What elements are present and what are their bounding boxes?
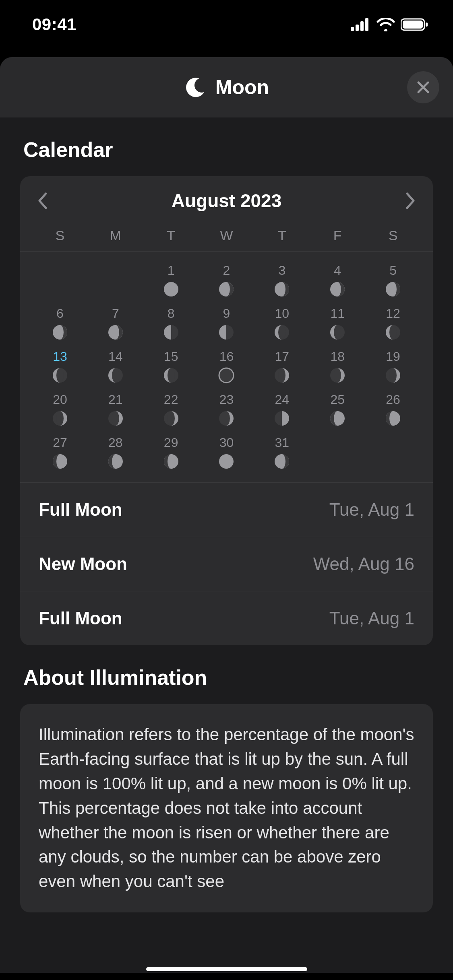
day-number: 2 (223, 263, 230, 278)
home-indicator[interactable] (146, 967, 307, 971)
calendar-day[interactable]: 4 (310, 257, 365, 301)
calendar-day (32, 257, 88, 301)
calendar-day[interactable]: 11 (310, 301, 365, 344)
calendar-day[interactable]: 22 (143, 387, 199, 430)
day-number: 13 (53, 349, 67, 364)
calendar-day[interactable]: 14 (88, 344, 143, 387)
calendar-heading: Calendar (0, 117, 453, 171)
calendar-day[interactable]: 25 (310, 387, 365, 430)
calendar-grid: 1234567891011121314151617181920212223242… (20, 252, 433, 482)
day-number: 18 (330, 349, 345, 364)
svg-point-15 (389, 282, 397, 296)
moon-phase-icon (274, 453, 290, 469)
day-number: 20 (53, 392, 67, 407)
moon-phase-icon (274, 281, 290, 297)
calendar-day[interactable]: 28 (88, 430, 143, 473)
svg-point-19 (112, 325, 119, 340)
event-label: Full Moon (39, 608, 122, 628)
calendar-day (310, 430, 365, 473)
svg-point-44 (112, 411, 119, 426)
moon-phase-icon (163, 453, 179, 469)
day-number: 11 (330, 306, 345, 321)
svg-point-46 (168, 411, 175, 426)
moon-phase-icon (329, 367, 345, 383)
svg-rect-3 (365, 18, 368, 31)
close-button[interactable] (407, 71, 439, 103)
calendar-day[interactable]: 27 (32, 430, 88, 473)
day-number: 15 (164, 349, 178, 364)
chevron-left-icon (37, 192, 48, 210)
moon-phase-icon (385, 367, 401, 383)
day-number: 26 (386, 392, 400, 407)
moon-phase-icon (385, 410, 401, 426)
moon-event-row[interactable]: Full MoonTue, Aug 1 (20, 483, 433, 537)
calendar-day[interactable]: 23 (199, 387, 254, 430)
day-number: 16 (219, 349, 234, 364)
calendar-day[interactable]: 24 (254, 387, 310, 430)
calendar-day[interactable]: 20 (32, 387, 88, 430)
moon-phase-icon (385, 281, 401, 297)
calendar-day[interactable]: 16 (199, 344, 254, 387)
day-number: 24 (275, 392, 290, 407)
calendar-day[interactable]: 15 (143, 344, 199, 387)
moon-event-row[interactable]: New MoonWed, Aug 16 (20, 537, 433, 591)
day-number: 7 (112, 306, 119, 321)
calendar-day[interactable]: 12 (365, 301, 421, 344)
status-time: 09:41 (32, 15, 77, 34)
svg-point-42 (56, 411, 64, 426)
calendar-day[interactable]: 30 (199, 430, 254, 473)
weekday-label: S (32, 228, 88, 243)
calendar-day[interactable]: 13 (32, 344, 88, 387)
calendar-day[interactable]: 7 (88, 301, 143, 344)
wifi-icon (376, 18, 395, 31)
svg-rect-0 (351, 27, 354, 31)
calendar-day[interactable]: 5 (365, 257, 421, 301)
calendar-day[interactable]: 31 (254, 430, 310, 473)
moon-event-row[interactable]: Full MoonTue, Aug 1 (20, 591, 433, 645)
svg-point-38 (334, 368, 341, 383)
svg-point-48 (223, 411, 230, 426)
calendar-day[interactable]: 2 (199, 257, 254, 301)
calendar-day[interactable]: 8 (143, 301, 199, 344)
calendar-day[interactable]: 19 (365, 344, 421, 387)
day-number: 31 (275, 435, 290, 450)
weekday-row: SMTWTFS (20, 216, 433, 252)
calendar-day[interactable]: 3 (254, 257, 310, 301)
calendar-day[interactable]: 9 (199, 301, 254, 344)
calendar-day (88, 257, 143, 301)
calendar-day[interactable]: 10 (254, 301, 310, 344)
next-month-button[interactable] (402, 193, 418, 209)
calendar-day[interactable]: 21 (88, 387, 143, 430)
moon-phase-icon (218, 367, 234, 383)
moon-phase-icon (108, 453, 124, 469)
event-date: Tue, Aug 1 (329, 608, 414, 628)
moon-phase-icon (218, 324, 234, 340)
svg-rect-1 (356, 25, 359, 31)
svg-point-62 (278, 454, 285, 469)
svg-point-34 (219, 368, 234, 383)
svg-point-36 (278, 368, 285, 383)
calendar-day[interactable]: 26 (365, 387, 421, 430)
day-number: 28 (108, 435, 123, 450)
svg-point-27 (389, 325, 397, 340)
calendar-day[interactable]: 18 (310, 344, 365, 387)
calendar-day[interactable]: 6 (32, 301, 88, 344)
moon-phase-icon (218, 410, 234, 426)
day-number: 9 (223, 306, 230, 321)
moon-phase-icon (218, 453, 234, 469)
day-number: 21 (108, 392, 123, 407)
moon-icon (184, 76, 207, 99)
day-number: 27 (53, 435, 67, 450)
calendar-day[interactable]: 17 (254, 344, 310, 387)
calendar-day[interactable]: 1 (143, 257, 199, 301)
moon-phase-icon (52, 410, 68, 426)
prev-month-button[interactable] (35, 193, 51, 209)
day-number: 14 (108, 349, 123, 364)
svg-point-9 (223, 282, 230, 296)
svg-point-29 (56, 368, 64, 383)
day-number: 17 (275, 349, 290, 364)
day-number: 3 (278, 263, 285, 278)
calendar-day[interactable]: 29 (143, 430, 199, 473)
moon-phase-icon (108, 367, 124, 383)
moon-phase-icon (218, 281, 234, 297)
